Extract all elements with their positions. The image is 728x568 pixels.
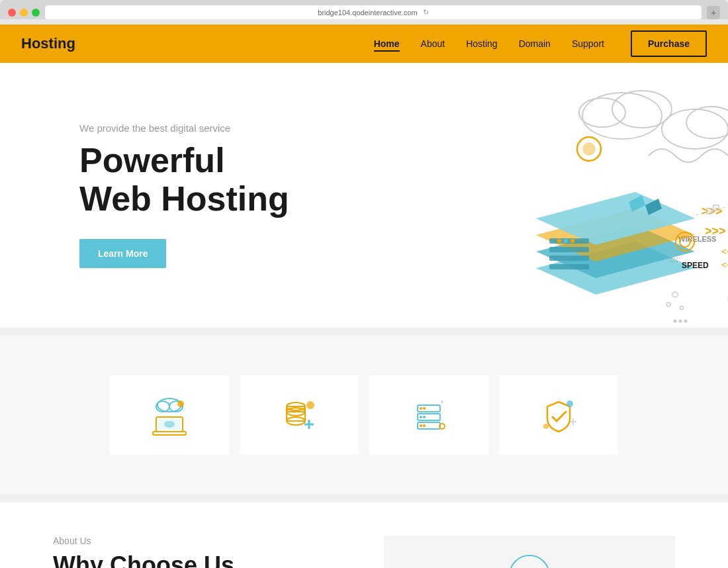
refresh-icon[interactable]: ↻	[423, 8, 429, 17]
hero-text-block: We provide the best digital service Powe…	[79, 122, 289, 267]
svg-point-21	[564, 239, 568, 243]
maximize-button[interactable]	[32, 9, 40, 17]
svg-rect-19	[549, 264, 589, 269]
svg-point-20	[557, 239, 561, 243]
purchase-button[interactable]: Purchase	[631, 30, 707, 57]
nav-item-about[interactable]: About	[421, 38, 445, 49]
traffic-lights	[8, 9, 40, 17]
svg-point-70	[164, 421, 175, 428]
svg-point-4	[686, 107, 728, 138]
about-illustration	[384, 536, 675, 568]
minimize-button[interactable]	[20, 9, 28, 17]
laptop-cloud-icon	[146, 392, 193, 438]
learn-more-button[interactable]: Learn More	[79, 239, 166, 268]
features-section	[0, 336, 728, 495]
hero-subtitle: We provide the best digital service	[79, 122, 289, 134]
svg-rect-71	[153, 432, 186, 435]
about-separator	[0, 495, 728, 502]
svg-point-0	[582, 93, 662, 139]
hero-title: Powerful Web Hosting	[79, 142, 289, 217]
svg-point-22	[570, 239, 574, 243]
nav-item-hosting[interactable]: Hosting	[466, 38, 497, 49]
svg-point-56	[674, 320, 677, 323]
new-tab-button[interactable]: +	[707, 6, 720, 19]
url-text: bridge104.qodeinteractive.com	[318, 9, 417, 17]
svg-point-98	[510, 555, 549, 568]
svg-point-93	[567, 401, 573, 407]
svg-point-86	[420, 416, 422, 418]
svg-text:<<<: <<<	[721, 246, 728, 257]
svg-point-44	[672, 292, 678, 297]
site-logo[interactable]: Hosting	[21, 35, 75, 52]
navbar: Hosting Home About Hosting Domain Suppor…	[0, 24, 728, 63]
nav-item-home[interactable]: Home	[374, 38, 400, 52]
database-icon	[276, 392, 322, 438]
about-title: Why Choose Us	[53, 551, 344, 568]
about-tag: About Us	[53, 536, 344, 546]
svg-point-6	[582, 142, 596, 156]
nav-item-domain[interactable]: Domain	[519, 38, 551, 49]
website-content: Hosting Home About Hosting Domain Suppor…	[0, 24, 728, 568]
svg-point-3	[662, 109, 728, 149]
svg-text:<<<: <<<	[721, 260, 728, 270]
svg-rect-18	[549, 256, 589, 261]
svg-text:SPEED: SPEED	[682, 261, 709, 270]
section-separator	[0, 328, 728, 336]
svg-point-72	[177, 401, 184, 407]
feature-card-security	[499, 375, 618, 455]
browser-chrome: bridge104.qodeinteractive.com ↻ +	[0, 0, 728, 19]
svg-point-80	[306, 401, 314, 409]
address-bar[interactable]: bridge104.qodeinteractive.com ↻	[45, 5, 702, 19]
features-grid	[66, 375, 662, 455]
svg-point-89	[423, 424, 426, 427]
close-button[interactable]	[8, 9, 16, 17]
about-section: About Us Why Choose Us	[0, 502, 728, 568]
svg-point-58	[684, 320, 688, 323]
svg-point-84	[420, 407, 422, 410]
about-text-block: About Us Why Choose Us	[53, 536, 344, 568]
shield-security-icon	[535, 392, 582, 438]
svg-point-45	[666, 303, 670, 307]
server-illustration-svg: >>> >>> <<< <<<	[344, 63, 728, 328]
svg-point-57	[679, 320, 682, 323]
svg-rect-17	[549, 247, 589, 252]
svg-point-94	[543, 424, 549, 429]
feature-card-database	[240, 375, 359, 455]
about-illustration-svg	[384, 536, 675, 568]
server-rack-icon	[406, 392, 452, 438]
svg-point-87	[423, 416, 426, 418]
nav-item-support[interactable]: Support	[572, 38, 604, 49]
feature-card-hosting	[110, 375, 229, 455]
svg-point-2	[579, 98, 625, 127]
svg-point-85	[423, 407, 426, 410]
nav-links: Home About Hosting Domain Support	[374, 38, 604, 50]
hero-section: We provide the best digital service Powe…	[0, 63, 728, 328]
svg-point-88	[420, 424, 422, 427]
hero-illustration: >>> >>> <<< <<<	[344, 63, 728, 328]
svg-point-46	[680, 307, 684, 310]
feature-card-server	[369, 375, 488, 455]
svg-rect-16	[549, 238, 589, 244]
